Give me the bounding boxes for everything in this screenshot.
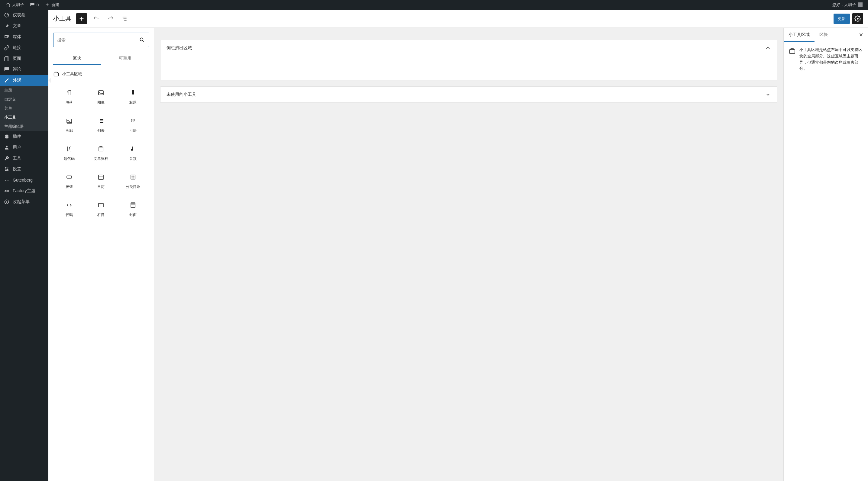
submenu-themes[interactable]: 主题 — [0, 86, 49, 95]
gallery-icon — [66, 117, 73, 125]
editor-canvas: 侧栏滑出区域 未使用的小工具 — [154, 28, 783, 481]
add-block-button[interactable] — [76, 13, 87, 24]
svg-point-19 — [133, 178, 134, 178]
sidebar-item-collapse[interactable]: 收起菜单 — [0, 196, 49, 207]
submenu-widgets[interactable]: 小工具 — [0, 113, 49, 122]
widget-area-header-1[interactable]: 侧栏滑出区域 — [160, 40, 777, 56]
brush-icon — [4, 77, 10, 84]
submenu-theme-editor[interactable]: 主题编辑器 — [0, 122, 49, 131]
block-gallery[interactable]: 画廊 — [53, 111, 85, 139]
block-quote[interactable]: 引语 — [117, 111, 149, 139]
svg-rect-22 — [789, 50, 795, 54]
sidebar-item-posts[interactable]: 文章 — [0, 21, 49, 31]
admin-bar-site[interactable]: 大胡子 — [2, 0, 27, 10]
block-button[interactable]: 按钮 — [53, 167, 85, 195]
svg-point-8 — [140, 38, 143, 41]
block-image[interactable]: 图像 — [85, 83, 117, 111]
settings-toggle-button[interactable] — [852, 13, 863, 24]
dashboard-icon — [4, 12, 10, 18]
block-cover[interactable]: 封面 — [117, 195, 149, 224]
sidebar-item-comments[interactable]: 评论 — [0, 64, 49, 75]
link-icon — [4, 45, 10, 51]
svg-point-18 — [132, 178, 132, 178]
block-calendar[interactable]: 日历 — [85, 167, 117, 195]
sidebar-item-gutenberg[interactable]: Gutenberg — [0, 174, 49, 186]
svg-point-16 — [132, 176, 132, 177]
svg-point-6 — [5, 170, 6, 171]
block-code[interactable]: 代码 — [53, 195, 85, 224]
block-columns[interactable]: 栏目 — [85, 195, 117, 224]
plus-icon — [78, 15, 85, 22]
settings-tab-areas[interactable]: 小工具区域 — [784, 28, 814, 42]
widget-area-header-2[interactable]: 未使用的小工具 — [160, 87, 777, 102]
settings-tabs: 小工具区域 区块 — [784, 28, 868, 42]
quote-icon — [129, 117, 136, 125]
bookmark-icon — [129, 89, 136, 96]
update-button[interactable]: 更新 — [834, 13, 850, 24]
page-title: 小工具 — [53, 14, 71, 23]
block-list[interactable]: 列表 — [85, 111, 117, 139]
svg-point-17 — [133, 176, 134, 177]
media-icon — [4, 34, 10, 40]
sidebar-item-tools[interactable]: 工具 — [0, 153, 49, 164]
sliders-icon — [4, 166, 10, 172]
sidebar-item-plugins[interactable]: 插件 — [0, 131, 49, 142]
admin-bar-comments[interactable]: 0 — [27, 0, 42, 10]
block-shortcode[interactable]: 短代码 — [53, 139, 85, 167]
settings-close-button[interactable] — [854, 32, 868, 37]
settings-tab-block[interactable]: 区块 — [814, 28, 833, 42]
block-heading[interactable]: 标题 — [117, 83, 149, 111]
sidebar-item-settings[interactable]: 设置 — [0, 164, 49, 174]
close-icon — [858, 32, 864, 37]
submenu-menus[interactable]: 菜单 — [0, 104, 49, 113]
wrench-icon — [4, 155, 10, 161]
inserter-group-title: 小工具区域 — [53, 70, 149, 78]
admin-bar-comments-count: 0 — [37, 3, 39, 7]
block-audio[interactable]: 音频 — [117, 139, 149, 167]
factory-icon: Xin — [4, 188, 10, 194]
categories-icon — [129, 173, 136, 181]
svg-rect-9 — [54, 73, 59, 76]
block-categories[interactable]: 分类目录 — [117, 167, 149, 195]
collapse-icon — [4, 199, 10, 205]
block-archives[interactable]: 文章归档 — [85, 139, 117, 167]
plugin-icon — [4, 133, 10, 139]
calendar-icon — [97, 173, 104, 181]
sidebar-item-pages[interactable]: 页面 — [0, 53, 49, 64]
comment-icon — [30, 2, 35, 7]
sidebar-item-media[interactable]: 媒体 — [0, 31, 49, 42]
gear-icon — [855, 15, 861, 22]
archive-icon — [97, 145, 104, 153]
shortcode-icon — [66, 145, 73, 153]
tab-blocks[interactable]: 区块 — [53, 52, 101, 65]
svg-rect-2 — [4, 57, 8, 61]
search-input[interactable] — [57, 37, 139, 42]
user-icon — [4, 145, 10, 151]
search-box — [53, 33, 149, 47]
admin-bar-user[interactable]: 您好，大胡子 — [829, 0, 866, 10]
block-paragraph[interactable]: 段落 — [53, 83, 85, 111]
gutenberg-icon — [4, 177, 10, 183]
admin-bar-new[interactable]: 新建 — [42, 0, 62, 10]
redo-button[interactable] — [105, 13, 116, 24]
admin-bar-new-label: 新建 — [51, 2, 59, 7]
widget-area-unused: 未使用的小工具 — [160, 87, 777, 103]
image-icon — [97, 89, 104, 96]
admin-bar-site-name: 大胡子 — [12, 2, 24, 7]
admin-bar: 大胡子 0 新建 您好，大胡子 — [0, 0, 868, 10]
redo-icon — [107, 15, 114, 22]
sidebar-item-factory[interactable]: XinFactory主题 — [0, 186, 49, 196]
svg-point-3 — [6, 146, 7, 148]
sidebar-item-appearance[interactable]: 外观 — [0, 75, 49, 86]
undo-button[interactable] — [91, 13, 101, 24]
sidebar-item-users[interactable]: 用户 — [0, 142, 49, 153]
search-icon — [139, 37, 145, 43]
admin-sidebar: 仪表盘 文章 媒体 链接 页面 评论 外观 主题 自定义 菜单 小工具 主题编辑… — [0, 10, 49, 481]
tab-reusable[interactable]: 可重用 — [101, 52, 149, 65]
widget-area-body-1[interactable] — [160, 56, 777, 80]
list-view-button[interactable] — [120, 13, 130, 24]
submenu-customize[interactable]: 自定义 — [0, 95, 49, 104]
sidebar-item-dashboard[interactable]: 仪表盘 — [0, 10, 49, 21]
editor-main: 小工具 更新 — [49, 10, 868, 481]
sidebar-item-links[interactable]: 链接 — [0, 42, 49, 53]
